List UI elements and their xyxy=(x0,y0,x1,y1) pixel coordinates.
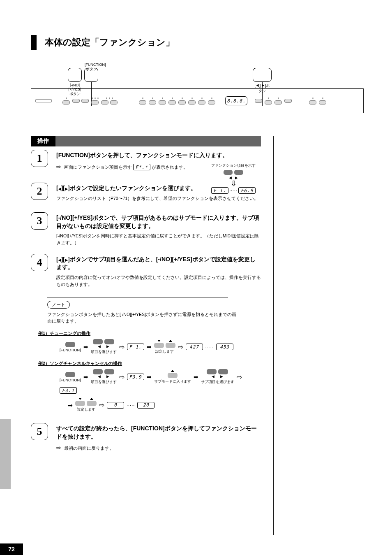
lcd-range-high: 20 xyxy=(137,402,154,409)
flow-caption: サブモードに入ります xyxy=(154,379,191,384)
lcd-range-low: 0 xyxy=(107,402,124,409)
step-3: 3 [-/NO][+/YES]ボタンで、サブ項目があるものはサブモードに入ります… xyxy=(31,214,261,246)
step-number: 4 xyxy=(31,254,48,271)
left-margin-bar xyxy=(0,419,11,489)
flow-cancel-2: 設定します 0 20 xyxy=(68,398,261,412)
lcd-range-low: 427 xyxy=(186,344,203,350)
lcd-range-high: 453 xyxy=(216,344,233,350)
page-number: 72 xyxy=(0,543,23,555)
step-title: [-/NO][+/YES]ボタンで、サブ項目があるものはサブモードに入ります。サ… xyxy=(56,214,261,230)
step-number: 1 xyxy=(31,150,48,167)
step-number: 2 xyxy=(31,183,48,200)
note-text: ファンクションボタンを押したあと[-/NO][+/YES]ボタンを押さずに電源を… xyxy=(47,311,236,325)
section-marker xyxy=(31,35,37,50)
flow-caption: サブ項目を選びます xyxy=(201,379,234,385)
flow-cancel-1: [FUNCTION] ◀▶ 項目を選びます F3.9 サブモードに入ります ◀▶… xyxy=(60,369,261,394)
arrow-right-icon xyxy=(56,165,63,170)
dots-icon xyxy=(127,403,135,408)
callout-minus-plus: [-/NO][+/YES]ボタン xyxy=(68,68,82,82)
flow-btn-right xyxy=(218,369,228,374)
step-5: 5 すべての設定が終わったら、[FUNCTION]ボタンを押してファンクションモ… xyxy=(31,425,261,453)
vertical-divider xyxy=(273,136,274,535)
flow-btn-plus xyxy=(87,401,97,406)
step-title: [◀][▶]ボタンでサブ項目を選んだあと、[-/NO][+/YES]ボタンで設定… xyxy=(56,255,261,272)
arrow-solid-icon xyxy=(194,374,198,380)
flow-caption: 設定します xyxy=(77,407,95,412)
step-number: 3 xyxy=(31,212,48,230)
flow-btn-right xyxy=(104,369,114,374)
lcd-f39: F3.9 xyxy=(127,374,144,380)
step-4: 4 [◀][▶]ボタンでサブ項目を選んだあと、[-/NO][+/YES]ボタンで… xyxy=(31,255,261,288)
flow-heading-cancel: 例2）ソングチャンネルキャンセルの操作 xyxy=(38,360,261,367)
callout-label: [FUNCTION]ボタン xyxy=(85,63,98,72)
step-body: 設定項目の内容に従ってオン/オフや数値を設定してください。設定項目によっては、操… xyxy=(56,274,261,288)
flow-caption: 設定します xyxy=(155,349,174,354)
flow-btn-right xyxy=(104,339,114,344)
callout-arrows: [◀][▶]ボタン xyxy=(253,68,272,82)
step-title: すべての設定が終わったら、[FUNCTION]ボタンを押してファンクションモード… xyxy=(56,425,261,441)
flow-caption: 項目を選びます xyxy=(91,379,117,385)
flow-btn-left xyxy=(207,369,217,374)
flow-caption: [FUNCTION] xyxy=(60,378,81,382)
step-title: [◀][▶][◀][▶]ボタンで設定したいファンクションを選びます。ボタンで設定… xyxy=(56,184,261,193)
step-2: 2 [◀][▶][◀][▶]ボタンで設定したいファンクションを選びます。ボタンで… xyxy=(31,184,261,205)
flow-btn-left xyxy=(93,339,103,344)
flow-btn-function xyxy=(65,372,75,377)
flow-btn-minus xyxy=(75,401,85,406)
arrow-solid-icon xyxy=(147,374,152,380)
flow-caption: [FUNCTION] xyxy=(60,348,81,352)
dots-icon xyxy=(205,344,214,349)
flow-caption: 項目を選びます xyxy=(91,349,117,355)
step-title: [FUNCTION]ボタンを押して、ファンクションモードに入ります。 xyxy=(56,151,261,160)
lcd-f1: F 1. xyxy=(127,344,144,350)
step-1: 1 [FUNCTION]ボタンを押して、ファンクションモードに入ります。 画面に… xyxy=(31,151,261,172)
step-body: ファンクションのリスト（P70〜71）を参考にして、希望のファンクションを表示さ… xyxy=(56,195,261,202)
chapter-title: 本体の設定「ファンクション」 xyxy=(45,36,175,49)
arrow-solid-icon xyxy=(68,402,73,409)
step-number: 5 xyxy=(31,423,48,440)
step-body: 最初の画面に戻ります。 xyxy=(56,443,261,452)
flow-btn-left xyxy=(93,369,103,374)
flow-heading-tuning: 例1）チューニングの操作 xyxy=(38,330,261,337)
lcd-f-placeholder: F*.* xyxy=(133,164,150,170)
arrow-open-icon xyxy=(237,373,242,381)
panel-lcd: 8.8.8. xyxy=(225,96,247,105)
callout-function: [FUNCTION]ボタン xyxy=(84,68,98,82)
lcd-f31: F3.1 xyxy=(60,387,77,394)
arrow-solid-icon xyxy=(83,374,88,380)
arrow-open-icon xyxy=(119,373,125,381)
operation-ribbon: 操作 xyxy=(31,136,261,146)
step-body: [-/NO][+/YES]ボタンを同時に押すと基本設定の値に戻すことができます。… xyxy=(56,232,261,246)
mini-button-right xyxy=(234,170,243,175)
device-panel-figure: [-/NO][+/YES]ボタン [FUNCTION]ボタン [◀][▶]ボタン xyxy=(31,68,364,113)
arrow-open-icon xyxy=(99,401,104,409)
divider xyxy=(47,297,228,297)
mini-button-left xyxy=(224,170,233,175)
arrow-solid-icon xyxy=(83,344,88,350)
flow-tuning: [FUNCTION] ◀▶ 項目を選びます F 1. 設定します 427 45 xyxy=(60,339,261,355)
flow-btn-minus xyxy=(154,343,164,348)
flow-btn-plus xyxy=(168,373,178,378)
flow-btn-function xyxy=(65,342,75,347)
flow-btn-plus xyxy=(166,343,175,348)
arrow-right-icon xyxy=(56,446,63,451)
arrow-solid-icon xyxy=(147,344,152,350)
arrow-open-icon xyxy=(178,343,183,351)
ribbon-label: 操作 xyxy=(31,136,55,146)
arrow-open-icon xyxy=(119,343,125,351)
mini-caption: ファンクション項目を示す xyxy=(211,163,256,168)
note-label: ノート xyxy=(47,301,70,309)
